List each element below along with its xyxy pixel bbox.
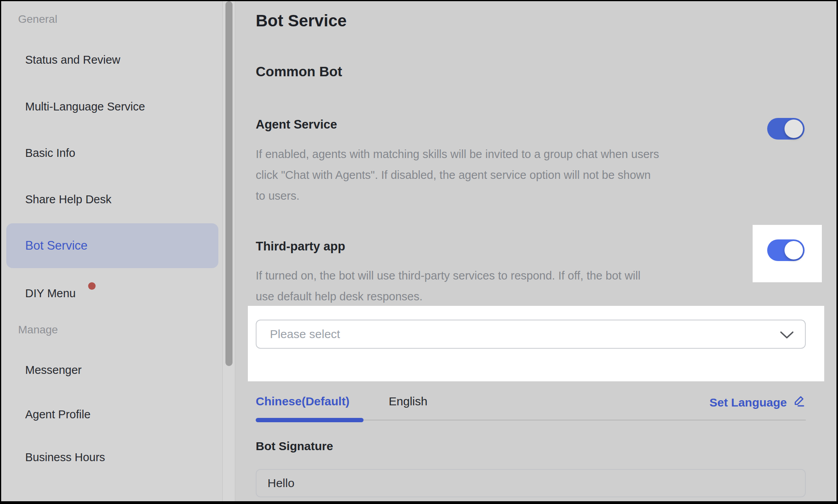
sidebar-item-basic-info[interactable]: Basic Info [25,147,75,160]
sidebar-item-diy-menu[interactable]: DIY Menu [25,287,76,300]
sidebar-section-label-manage: Manage [18,324,58,336]
agent-service-label: Agent Service [256,117,337,132]
page-title: Bot Service [256,11,347,31]
third-party-app-label: Third-party app [256,239,345,254]
chevron-down-icon [780,331,794,341]
third-party-app-toggle[interactable] [767,239,805,261]
sidebar-section-label-general: General [18,13,57,26]
section-title-common-bot: Common Bot [256,63,342,80]
sidebar-item-bot-service-label: Bot Service [25,239,88,253]
tab-english[interactable]: English [389,394,427,408]
sidebar-item-agent-profile[interactable]: Agent Profile [25,408,90,421]
sidebar-item-share-help-desk[interactable]: Share Help Desk [25,193,111,206]
toggle-knob [784,120,803,138]
toggle-knob [784,241,803,259]
select-placeholder: Please select [270,327,340,341]
tab-chinese-default[interactable]: Chinese(Default) [256,394,349,408]
sidebar-item-messenger[interactable]: Messenger [25,364,81,377]
bot-signature-input[interactable]: Hello [256,469,806,497]
agent-service-description: If enabled, agents with matching skills … [256,144,748,206]
bot-signature-value: Hello [268,476,294,490]
notification-dot [88,282,96,290]
active-tab-indicator [256,418,364,422]
third-party-app-description: If turned on, the bot will use third-par… [256,265,748,307]
bot-signature-label: Bot Signature [256,439,333,454]
third-party-app-select[interactable]: Please select [256,320,806,349]
sidebar-item-business-hours[interactable]: Business Hours [25,451,105,464]
set-language-label: Set Language [709,395,787,410]
sidebar-item-status-and-review[interactable]: Status and Review [25,53,120,66]
agent-service-toggle[interactable] [767,118,805,140]
sidebar-item-bot-service[interactable]: Bot Service [6,223,218,268]
sidebar-scrollbar-thumb[interactable] [225,1,233,366]
set-language-button[interactable]: Set Language [709,394,806,411]
edit-pencil-icon [792,394,806,411]
sidebar-item-multi-language-service[interactable]: Multi-Language Service [25,100,145,113]
bot-service-settings-page: General Status and Review Multi-Language… [0,0,838,504]
